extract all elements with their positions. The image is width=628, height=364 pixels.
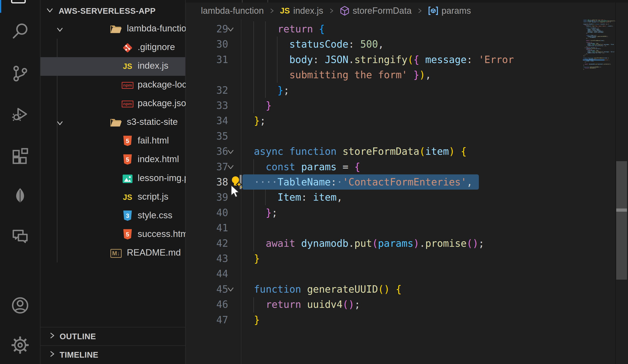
files-icon[interactable] [11, 0, 26, 3]
breadcrumb-item-params[interactable]: params [428, 5, 471, 16]
svg-text:5: 5 [126, 138, 129, 144]
settings-gear-icon[interactable] [0, 330, 40, 360]
extensions-icon[interactable] [0, 142, 40, 171]
line-number: 44 [196, 266, 228, 282]
source-control-icon[interactable] [0, 59, 40, 88]
minimap-line: console.log('Raw input data:', event); [583, 26, 613, 27]
breadcrumb-item-index-js[interactable]: JSindex.js [280, 6, 323, 16]
tree-item-label: README.md [127, 247, 181, 258]
tree-item-index-js[interactable]: JSindex.js [40, 57, 185, 76]
tree-item-index-html[interactable]: 5index.html [40, 150, 185, 169]
account-icon[interactable] [0, 291, 40, 320]
tree-item-success-html[interactable]: 5success.html [40, 225, 185, 244]
code-line: await dynamodb.put(params).promise(); [254, 236, 484, 251]
search-icon[interactable] [0, 17, 40, 46]
code-line: body: JSON.stringify({ message: 'Error [254, 52, 514, 68]
tree-item-label: success.html [138, 229, 190, 239]
html-file-icon: 5 [121, 229, 134, 241]
code-editor[interactable]: 29 return {30 statusCode: 500,31 body: J… [186, 19, 583, 364]
tree-item-label: fail.html [138, 135, 169, 146]
html-file-icon: 5 [121, 135, 134, 147]
line-number: 41 [196, 220, 228, 236]
breadcrumb-label: params [442, 6, 471, 16]
svg-text:5: 5 [126, 231, 129, 238]
npm-file-icon: npm [121, 98, 134, 110]
chat-icon[interactable] [0, 222, 40, 251]
breadcrumb-label: storeFormData [353, 6, 412, 16]
minimap-line: const { v4: uuidv4 } = require('uuid'); [583, 22, 611, 23]
line-number: 32 [196, 83, 228, 98]
timeline-section-header[interactable]: TIMELINE [40, 345, 185, 364]
git-file-icon [121, 42, 134, 54]
breadcrumb: lambda-functionJSindex.jsstoreFormDatapa… [186, 2, 628, 19]
line-number: 42 [196, 236, 228, 251]
tree-item-fail-html[interactable]: 5fail.html [40, 132, 185, 150]
line-number: 46 [196, 297, 228, 312]
chevron-right-icon [47, 349, 57, 361]
js-file-icon: JS [121, 61, 134, 72]
tree-item-label: index.js [138, 61, 168, 71]
vscode-window: AWS-SERVERLESS-APP lambda-function.gitig… [0, 0, 628, 364]
code-line: } [254, 312, 260, 328]
symbol-method-icon [339, 6, 350, 16]
scrollbar-thumb[interactable] [616, 161, 627, 280]
image-file-icon [121, 173, 134, 185]
timeline-label: TIMELINE [60, 350, 98, 360]
code-line: return uuidv4(); [254, 297, 360, 312]
minimap-selection-highlight [583, 59, 605, 61]
fold-chevron-icon[interactable] [225, 144, 237, 159]
tree-item-lesson-img-png[interactable]: lesson-img.png [40, 169, 185, 188]
breadcrumb-label: lambda-function [201, 6, 264, 16]
activity-bar [0, 0, 40, 364]
fold-chevron-icon[interactable] [225, 159, 237, 175]
minimap-line: } [583, 69, 584, 70]
chevron-right-icon [47, 331, 57, 342]
line-number: 43 [196, 251, 228, 266]
folder-file-icon [110, 23, 122, 35]
minimap-line: }; [583, 33, 588, 34]
explorer-sidebar: AWS-SERVERLESS-APP lambda-function.gitig… [40, 0, 186, 364]
scrollbar-separator [615, 2, 616, 364]
editor-group: lambda-functionJSindex.jsstoreFormDatapa… [186, 0, 628, 364]
chevron-right-icon [416, 7, 423, 14]
tree-item--gitignore[interactable]: .gitignore [40, 39, 185, 57]
tab-bar-sliver [186, 0, 628, 2]
tree-item-label: package.json [138, 98, 191, 108]
tree-item-s3-static-site[interactable]: s3-static-site [40, 113, 185, 132]
breadcrumb-item-lambda-function[interactable]: lambda-function [201, 6, 264, 16]
minimap-line: return uuidv4(); [583, 68, 596, 69]
code-line: const params = { [254, 159, 360, 175]
tree-item-style-css[interactable]: 3style.css [40, 207, 185, 225]
tree-item-script-js[interactable]: JSscript.js [40, 188, 185, 207]
minimap[interactable]: const AWS = require('aws-sdk');const dyn… [583, 20, 615, 72]
code-line: function generateUUID() { [254, 282, 401, 297]
mouse-cursor [230, 184, 242, 199]
outline-section-header[interactable]: OUTLINE [40, 327, 185, 345]
tree-item-label: index.html [138, 154, 179, 164]
tree-item-label: s3-static-site [127, 117, 178, 127]
tab-separator [242, 0, 243, 2]
sidebar-root-folder[interactable]: AWS-SERVERLESS-APP [40, 2, 185, 20]
tree-item-package-lock-j-[interactable]: npmpackage-lock.j... [40, 76, 185, 95]
scrollbar-cursor-decoration [616, 209, 627, 212]
tree-item-package-json[interactable]: npmpackage.json [40, 95, 185, 113]
code-line: statusCode: 500, [254, 37, 384, 52]
fold-chevron-icon[interactable] [225, 282, 237, 297]
js-file-icon: JS [280, 6, 290, 15]
breadcrumb-item-storeformdata[interactable]: storeFormData [339, 6, 412, 16]
minimap-line: }; [583, 62, 586, 63]
active-indicator [0, 0, 1, 13]
tree-item-readme-md[interactable]: M↓README.md [40, 244, 185, 263]
fold-chevron-icon[interactable] [225, 21, 237, 37]
minimap-line: }; [583, 55, 585, 56]
code-line: Item: item, [254, 190, 342, 205]
run-debug-icon[interactable] [0, 99, 40, 129]
code-line: } [254, 98, 272, 113]
code-line: submitting the form' }), [254, 67, 431, 83]
minimap-line: }; [583, 38, 588, 39]
svg-text:5: 5 [126, 156, 129, 163]
code-line: } [254, 251, 260, 266]
line-number: 40 [196, 205, 228, 220]
tree-item-lambda-function[interactable]: lambda-function [40, 20, 185, 39]
mongodb-icon[interactable] [0, 182, 40, 211]
